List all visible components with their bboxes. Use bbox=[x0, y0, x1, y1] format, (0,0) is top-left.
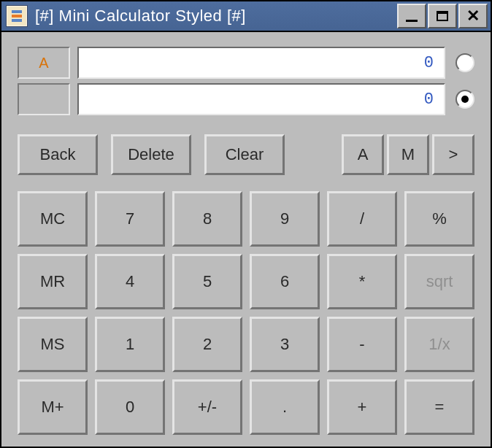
radio-dot-icon bbox=[461, 96, 469, 103]
divide-button[interactable]: / bbox=[327, 191, 397, 247]
close-button[interactable]: ✕ bbox=[458, 4, 488, 28]
display-field-a[interactable]: 0 bbox=[77, 47, 445, 79]
digit-5-button[interactable]: 5 bbox=[172, 254, 242, 309]
digit-7-button[interactable]: 7 bbox=[95, 191, 165, 247]
percent-button[interactable]: % bbox=[404, 191, 474, 247]
subtract-button[interactable]: - bbox=[327, 317, 397, 372]
digit-1-button[interactable]: 1 bbox=[95, 317, 165, 372]
window-title: [#] Mini Calculator Styled [#] bbox=[35, 7, 397, 26]
display-row-b: 0 bbox=[18, 83, 474, 115]
minimize-button[interactable] bbox=[397, 4, 426, 28]
mc-button[interactable]: MC bbox=[18, 191, 88, 247]
decimal-button[interactable]: . bbox=[250, 379, 320, 435]
a-button[interactable]: A bbox=[342, 134, 384, 175]
delete-button[interactable]: Delete bbox=[111, 134, 191, 175]
digit-2-button[interactable]: 2 bbox=[172, 317, 242, 372]
m-button[interactable]: M bbox=[387, 134, 429, 175]
client-area: A 0 0 Back Delete Clear A M > MC 7 8 9 bbox=[1, 32, 491, 448]
display-row-a: A 0 bbox=[18, 47, 474, 79]
back-button[interactable]: Back bbox=[18, 134, 98, 175]
digit-0-button[interactable]: 0 bbox=[95, 379, 165, 435]
radio-a[interactable] bbox=[456, 53, 474, 72]
digit-4-button[interactable]: 4 bbox=[95, 254, 165, 309]
maximize-button[interactable] bbox=[428, 4, 457, 28]
add-button[interactable]: + bbox=[327, 379, 397, 435]
close-icon: ✕ bbox=[466, 8, 480, 24]
equals-button[interactable]: = bbox=[404, 379, 474, 435]
keypad: MC 7 8 9 / % MR 4 5 6 * sqrt MS 1 2 3 - … bbox=[18, 191, 474, 435]
maximize-icon bbox=[437, 11, 448, 21]
mr-button[interactable]: MR bbox=[18, 254, 88, 309]
multiply-button[interactable]: * bbox=[327, 254, 397, 309]
radio-b[interactable] bbox=[456, 90, 474, 109]
clear-button[interactable]: Clear bbox=[204, 134, 285, 175]
more-button[interactable]: > bbox=[432, 134, 474, 175]
window-controls: ✕ bbox=[397, 4, 488, 28]
inverse-button[interactable]: 1/x bbox=[404, 317, 474, 372]
display-field-b[interactable]: 0 bbox=[77, 83, 445, 115]
titlebar: [#] Mini Calculator Styled [#] ✕ bbox=[1, 1, 491, 32]
digit-3-button[interactable]: 3 bbox=[250, 317, 320, 372]
edit-row: Back Delete Clear A M > bbox=[18, 134, 474, 175]
ms-button[interactable]: MS bbox=[18, 317, 88, 372]
display-label-b bbox=[18, 83, 70, 115]
mini-button-group: A M > bbox=[342, 134, 474, 175]
digit-6-button[interactable]: 6 bbox=[250, 254, 320, 309]
app-icon bbox=[6, 5, 28, 27]
sign-button[interactable]: +/- bbox=[172, 379, 242, 435]
mplus-button[interactable]: M+ bbox=[18, 379, 88, 435]
minimize-icon bbox=[406, 20, 418, 22]
digit-9-button[interactable]: 9 bbox=[250, 191, 320, 247]
calculator-window: [#] Mini Calculator Styled [#] ✕ A 0 0 B… bbox=[0, 0, 492, 448]
display-label-a: A bbox=[18, 47, 70, 79]
sqrt-button[interactable]: sqrt bbox=[404, 254, 474, 309]
digit-8-button[interactable]: 8 bbox=[172, 191, 242, 247]
